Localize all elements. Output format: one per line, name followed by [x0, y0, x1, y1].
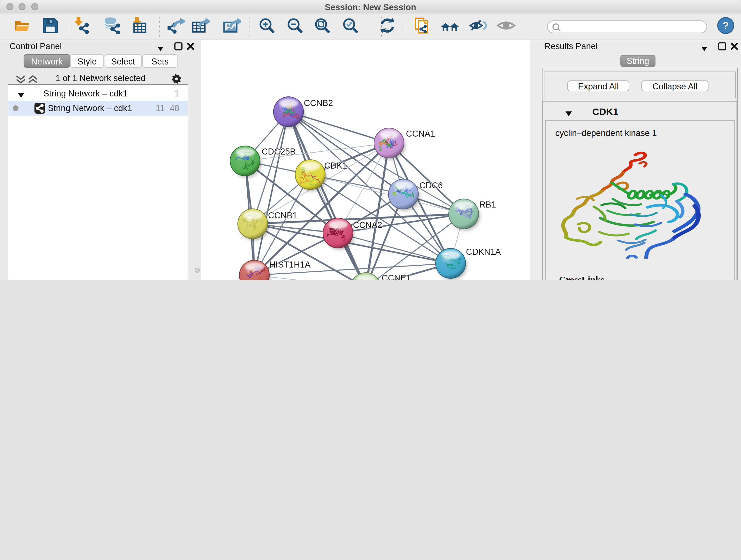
svg-text:CCNA2: CCNA2	[353, 220, 382, 230]
svg-text:HIST1H1A: HIST1H1A	[269, 260, 311, 269]
svg-text:CCNE1: CCNE1	[382, 273, 411, 280]
svg-text:CDK1: CDK1	[324, 161, 347, 171]
svg-text:?: ?	[723, 20, 729, 31]
svg-text:RB1: RB1	[479, 200, 496, 209]
svg-text:CDC6: CDC6	[419, 181, 443, 190]
svg-text:CCNA1: CCNA1	[406, 129, 435, 138]
svg-text:CDC25B: CDC25B	[262, 147, 296, 157]
svg-text:CDKN1A: CDKN1A	[466, 247, 501, 257]
svg-text:CCNB2: CCNB2	[304, 98, 333, 108]
svg-text:CCNB1: CCNB1	[268, 211, 297, 220]
